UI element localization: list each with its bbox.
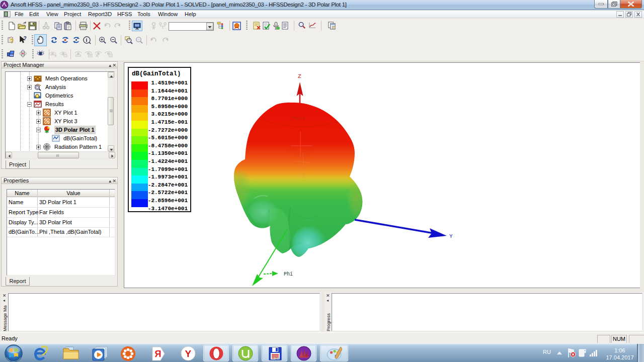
svg-text:6%: 6%: [275, 357, 280, 360]
svg-text:Y: Y: [449, 233, 453, 239]
svg-text:Y: Y: [185, 348, 192, 359]
svg-text:Z: Z: [298, 73, 301, 79]
svg-text:Phi: Phi: [284, 272, 293, 277]
svg-text:?: ?: [10, 38, 14, 44]
svg-text:Theta: Theta: [291, 116, 305, 121]
svg-text:i: i: [86, 37, 88, 43]
svg-text:?: ?: [23, 36, 26, 41]
svg-text:Я: Я: [155, 349, 162, 359]
